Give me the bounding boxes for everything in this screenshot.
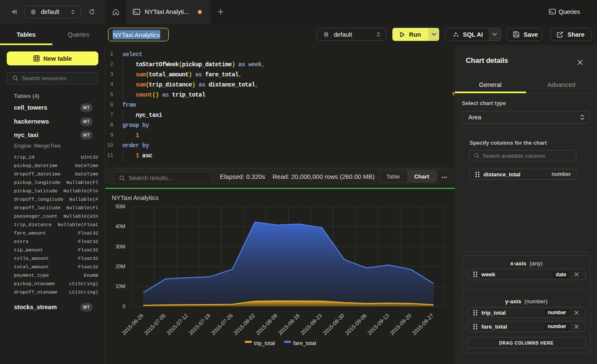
svg-text:40M: 40M [116,224,125,229]
svg-text:2015-09-06: 2015-09-06 [344,313,368,337]
svg-text:0: 0 [122,304,125,310]
svg-text:2015-09-13: 2015-09-13 [366,313,390,337]
svg-text:30M: 30M [116,244,125,250]
svg-text:2015-09-27: 2015-09-27 [411,313,435,337]
svg-text:NYTaxi Analytics: NYTaxi Analytics [112,194,159,201]
svg-text:2015-08-09: 2015-08-09 [254,313,278,337]
svg-text:2015-07-19: 2015-07-19 [188,313,212,337]
svg-text:20M: 20M [116,264,125,270]
svg-text:2015-07-26: 2015-07-26 [210,313,234,337]
svg-text:2015-07-12: 2015-07-12 [165,313,189,337]
svg-text:2015-08-30: 2015-08-30 [321,313,346,337]
svg-text:2015-06-28: 2015-06-28 [121,313,145,337]
svg-text:2015-08-02: 2015-08-02 [232,313,256,337]
svg-text:2015-08-16: 2015-08-16 [277,313,301,337]
svg-text:2015-09-20: 2015-09-20 [389,313,413,337]
svg-text:trip_total: trip_total [254,340,275,346]
svg-text:10M: 10M [116,283,125,289]
svg-text:50M: 50M [116,204,125,210]
svg-text:2015-08-23: 2015-08-23 [299,313,323,337]
svg-text:2015-07-05: 2015-07-05 [143,313,167,337]
svg-text:fare_total: fare_total [293,340,316,346]
